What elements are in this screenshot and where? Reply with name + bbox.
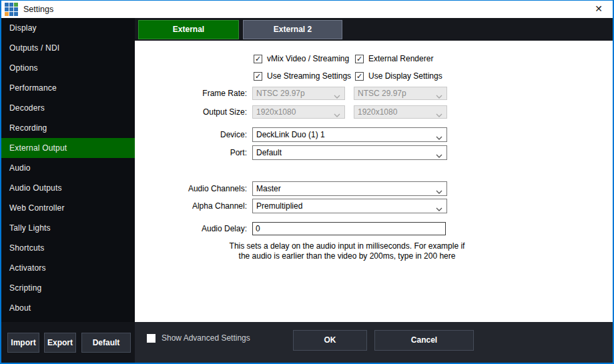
sidebar-item-performance[interactable]: Performance	[1, 78, 135, 98]
window-title: Settings	[23, 5, 53, 14]
sidebar-item-web-controller[interactable]: Web Controller	[1, 198, 135, 218]
chevron-down-icon	[436, 110, 442, 119]
help-line-2: the audio is earlier than the video by 2…	[228, 251, 466, 261]
sidebar-item-external-output[interactable]: External Output	[1, 138, 135, 158]
chevron-down-icon	[436, 151, 442, 160]
checkbox-checked-icon[interactable]: ✓	[254, 72, 262, 81]
sidebar-item-scripting[interactable]: Scripting	[1, 278, 135, 298]
use-display-settings-checkbox[interactable]: ✓ Use Display Settings	[355, 71, 442, 81]
audio-channels-select[interactable]: Master	[252, 181, 447, 196]
sidebar-item-about[interactable]: About	[1, 298, 135, 318]
output-tab-bar: External External 2	[135, 18, 613, 41]
output-size-value-1: 1920x1080	[256, 107, 296, 117]
sidebar-item-options[interactable]: Options	[1, 58, 135, 78]
checkbox-checked-icon[interactable]: ✓	[254, 55, 262, 63]
sidebar-item-audio-outputs[interactable]: Audio Outputs	[1, 178, 135, 198]
frame-rate-select-2[interactable]: NTSC 29.97p	[354, 87, 447, 100]
sidebar-item-display[interactable]: Display	[1, 18, 135, 38]
vmix-video-streaming-label: vMix Video / Streaming	[267, 54, 349, 63]
audio-delay-input[interactable]	[252, 222, 446, 235]
use-streaming-settings-checkbox[interactable]: ✓ Use Streaming Settings	[254, 71, 351, 81]
vmix-logo-icon	[5, 3, 18, 16]
cancel-button[interactable]: Cancel	[374, 330, 474, 351]
output-size-label: Output Size:	[135, 107, 247, 117]
alpha-channel-label: Alpha Channel:	[135, 201, 247, 211]
checkbox-unchecked-icon[interactable]	[147, 334, 156, 343]
chevron-down-icon	[334, 91, 340, 100]
sidebar-item-tally-lights[interactable]: Tally Lights	[1, 218, 135, 238]
frame-rate-value-1: NTSC 29.97p	[256, 89, 305, 98]
external-renderer-label: External Renderer	[368, 54, 433, 63]
ok-button[interactable]: OK	[293, 330, 367, 351]
checkbox-checked-icon[interactable]: ✓	[355, 55, 364, 63]
output-size-value-2: 1920x1080	[358, 107, 397, 117]
tab-external-2[interactable]: External 2	[243, 20, 342, 39]
tab-external[interactable]: External	[138, 20, 239, 39]
sidebar-item-recording[interactable]: Recording	[1, 118, 135, 138]
chevron-down-icon	[436, 204, 442, 213]
audio-delay-label: Audio Delay:	[135, 224, 247, 233]
sidebar-item-activators[interactable]: Activators	[1, 258, 135, 278]
help-line-1: This sets a delay on the audio input in …	[228, 241, 466, 251]
alpha-channel-select[interactable]: Premultiplied	[252, 199, 447, 213]
sidebar-item-audio[interactable]: Audio	[1, 158, 135, 178]
close-icon[interactable]: ✕	[585, 1, 613, 18]
footer-sidebar-section: Import Export Default	[1, 322, 135, 363]
chevron-down-icon	[334, 110, 340, 119]
chevron-down-icon	[436, 133, 442, 142]
show-advanced-settings-checkbox[interactable]: Show Advanced Settings	[147, 333, 250, 343]
frame-rate-label: Frame Rate:	[135, 89, 247, 98]
external-output-panel: ✓ vMix Video / Streaming ✓ External Rend…	[135, 41, 613, 322]
sidebar-item-decoders[interactable]: Decoders	[1, 98, 135, 118]
device-value: DeckLink Duo (1) 1	[256, 130, 325, 139]
sidebar-item-outputs-ndi[interactable]: Outputs / NDI	[1, 38, 135, 58]
show-advanced-settings-label: Show Advanced Settings	[162, 333, 250, 343]
chevron-down-icon	[436, 187, 442, 196]
audio-channels-label: Audio Channels:	[135, 184, 247, 193]
port-label: Port:	[135, 148, 247, 157]
frame-rate-value-2: NTSC 29.97p	[358, 89, 406, 98]
chevron-down-icon	[436, 91, 442, 100]
audio-delay-help-text: This sets a delay on the audio input in …	[228, 241, 466, 261]
output-size-select-2[interactable]: 1920x1080	[354, 105, 447, 119]
checkbox-checked-icon[interactable]: ✓	[355, 72, 364, 81]
sidebar-item-shortcuts[interactable]: Shortcuts	[1, 238, 135, 258]
export-button[interactable]: Export	[44, 333, 76, 353]
external-renderer-checkbox[interactable]: ✓ External Renderer	[355, 54, 433, 63]
output-size-select-1[interactable]: 1920x1080	[252, 105, 345, 119]
port-select[interactable]: Default	[252, 145, 447, 160]
title-bar: Settings ✕	[1, 1, 613, 18]
import-button[interactable]: Import	[7, 333, 39, 353]
settings-sidebar: Display Outputs / NDI Options Performanc…	[1, 18, 135, 322]
alpha-channel-value: Premultiplied	[256, 201, 302, 211]
use-display-settings-label: Use Display Settings	[368, 71, 442, 81]
vmix-video-streaming-checkbox[interactable]: ✓ vMix Video / Streaming	[254, 54, 349, 63]
audio-channels-value: Master	[256, 184, 281, 193]
default-button[interactable]: Default	[81, 333, 131, 353]
port-value: Default	[256, 148, 282, 157]
use-streaming-settings-label: Use Streaming Settings	[267, 71, 351, 81]
device-select[interactable]: DeckLink Duo (1) 1	[252, 127, 447, 142]
frame-rate-select-1[interactable]: NTSC 29.97p	[252, 87, 345, 100]
settings-window: Settings ✕ Display Outputs / NDI Options…	[0, 0, 614, 364]
device-label: Device:	[135, 130, 247, 139]
footer-bar: Import Export Default Show Advanced Sett…	[1, 322, 613, 363]
